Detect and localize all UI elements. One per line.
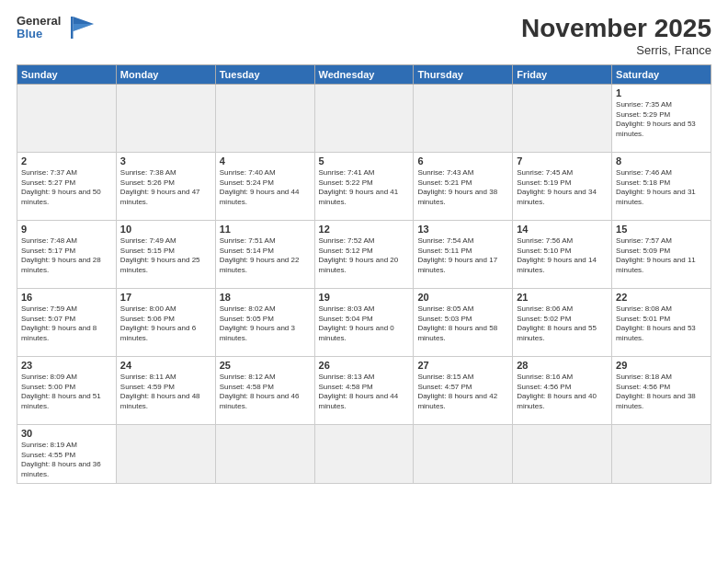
table-row: 9Sunrise: 7:48 AMSunset: 5:17 PMDaylight… — [17, 220, 117, 288]
table-row: 2Sunrise: 7:37 AMSunset: 5:27 PMDaylight… — [17, 152, 117, 220]
day-number: 25 — [220, 360, 311, 371]
day-number: 22 — [616, 292, 707, 303]
day-number: 17 — [120, 292, 211, 303]
col-saturday: Saturday — [612, 64, 711, 84]
table-row: 15Sunrise: 7:57 AMSunset: 5:09 PMDayligh… — [612, 220, 711, 288]
table-row: 27Sunrise: 8:15 AMSunset: 4:57 PMDayligh… — [414, 356, 513, 424]
table-row: 17Sunrise: 8:00 AMSunset: 5:06 PMDayligh… — [116, 288, 215, 356]
day-number: 7 — [517, 155, 608, 167]
day-info: Sunrise: 7:40 AMSunset: 5:24 PMDaylight:… — [220, 168, 311, 208]
day-info: Sunrise: 7:38 AMSunset: 5:26 PMDaylight:… — [120, 168, 211, 208]
svg-rect-0 — [71, 17, 74, 39]
day-info: Sunrise: 7:45 AMSunset: 5:19 PMDaylight:… — [517, 168, 608, 208]
table-row: 1Sunrise: 7:35 AMSunset: 5:29 PMDaylight… — [612, 84, 711, 152]
table-row: 11Sunrise: 7:51 AMSunset: 5:14 PMDayligh… — [215, 220, 314, 288]
day-number: 23 — [21, 360, 112, 371]
table-row — [414, 84, 513, 152]
table-row: 3Sunrise: 7:38 AMSunset: 5:26 PMDaylight… — [116, 152, 215, 220]
table-row: 21Sunrise: 8:06 AMSunset: 5:02 PMDayligh… — [513, 288, 612, 356]
col-sunday: Sunday — [17, 64, 117, 84]
day-info: Sunrise: 7:35 AMSunset: 5:29 PMDaylight:… — [616, 100, 707, 140]
calendar-week-row: 16Sunrise: 7:59 AMSunset: 5:07 PMDayligh… — [17, 288, 711, 356]
table-row — [17, 84, 117, 152]
day-info: Sunrise: 7:46 AMSunset: 5:18 PMDaylight:… — [616, 168, 707, 208]
day-info: Sunrise: 7:48 AMSunset: 5:17 PMDaylight:… — [21, 236, 112, 276]
header: General Blue November 2025 Serris, Franc… — [17, 15, 711, 57]
svg-marker-2 — [74, 24, 95, 31]
table-row — [612, 424, 711, 483]
logo-general: General — [17, 15, 61, 28]
table-row — [215, 84, 314, 152]
day-number: 9 — [21, 224, 112, 235]
month-title: November 2025 — [521, 15, 711, 43]
col-monday: Monday — [116, 64, 215, 84]
day-info: Sunrise: 8:05 AMSunset: 5:03 PMDaylight:… — [417, 304, 508, 344]
table-row: 10Sunrise: 7:49 AMSunset: 5:15 PMDayligh… — [116, 220, 215, 288]
day-number: 5 — [319, 155, 410, 167]
table-row — [414, 424, 513, 483]
day-info: Sunrise: 7:59 AMSunset: 5:07 PMDaylight:… — [21, 304, 112, 344]
table-row: 4Sunrise: 7:40 AMSunset: 5:24 PMDaylight… — [215, 152, 314, 220]
calendar-week-row: 30Sunrise: 8:19 AMSunset: 4:55 PMDayligh… — [17, 424, 711, 483]
day-info: Sunrise: 8:18 AMSunset: 4:56 PMDaylight:… — [616, 373, 707, 412]
day-number: 15 — [616, 224, 707, 235]
table-row: 23Sunrise: 8:09 AMSunset: 5:00 PMDayligh… — [17, 356, 117, 424]
table-row: 14Sunrise: 7:56 AMSunset: 5:10 PMDayligh… — [513, 220, 612, 288]
table-row: 19Sunrise: 8:03 AMSunset: 5:04 PMDayligh… — [314, 288, 414, 356]
day-info: Sunrise: 8:09 AMSunset: 5:00 PMDaylight:… — [21, 373, 112, 412]
day-number: 28 — [517, 360, 608, 371]
calendar-week-row: 1Sunrise: 7:35 AMSunset: 5:29 PMDaylight… — [17, 84, 711, 152]
day-info: Sunrise: 8:03 AMSunset: 5:04 PMDaylight:… — [319, 304, 410, 344]
table-row — [116, 84, 215, 152]
table-row — [513, 424, 612, 483]
title-block: November 2025 Serris, France — [521, 15, 711, 57]
day-number: 6 — [417, 155, 508, 167]
page: General Blue November 2025 Serris, Franc… — [0, 0, 728, 563]
day-number: 27 — [417, 360, 508, 371]
day-number: 19 — [319, 292, 410, 303]
table-row: 24Sunrise: 8:11 AMSunset: 4:59 PMDayligh… — [116, 356, 215, 424]
table-row: 8Sunrise: 7:46 AMSunset: 5:18 PMDaylight… — [612, 152, 711, 220]
day-number: 13 — [417, 224, 508, 235]
table-row: 5Sunrise: 7:41 AMSunset: 5:22 PMDaylight… — [314, 152, 414, 220]
table-row: 12Sunrise: 7:52 AMSunset: 5:12 PMDayligh… — [314, 220, 414, 288]
flag-icon — [68, 15, 96, 40]
table-row: 20Sunrise: 8:05 AMSunset: 5:03 PMDayligh… — [414, 288, 513, 356]
col-wednesday: Wednesday — [314, 64, 414, 84]
day-info: Sunrise: 8:06 AMSunset: 5:02 PMDaylight:… — [517, 304, 608, 344]
table-row — [116, 424, 215, 483]
calendar-header-row: Sunday Monday Tuesday Wednesday Thursday… — [17, 64, 711, 84]
day-number: 4 — [220, 155, 311, 167]
table-row: 13Sunrise: 7:54 AMSunset: 5:11 PMDayligh… — [414, 220, 513, 288]
col-friday: Friday — [513, 64, 612, 84]
table-row: 25Sunrise: 8:12 AMSunset: 4:58 PMDayligh… — [215, 356, 314, 424]
calendar-week-row: 9Sunrise: 7:48 AMSunset: 5:17 PMDaylight… — [17, 220, 711, 288]
day-number: 8 — [616, 155, 707, 167]
calendar-table: Sunday Monday Tuesday Wednesday Thursday… — [17, 64, 711, 484]
day-number: 10 — [120, 224, 211, 235]
day-number: 3 — [120, 155, 211, 167]
day-info: Sunrise: 7:51 AMSunset: 5:14 PMDaylight:… — [220, 236, 311, 276]
table-row: 18Sunrise: 8:02 AMSunset: 5:05 PMDayligh… — [215, 288, 314, 356]
table-row: 30Sunrise: 8:19 AMSunset: 4:55 PMDayligh… — [17, 424, 117, 483]
day-info: Sunrise: 7:43 AMSunset: 5:21 PMDaylight:… — [417, 168, 508, 208]
table-row: 29Sunrise: 8:18 AMSunset: 4:56 PMDayligh… — [612, 356, 711, 424]
day-info: Sunrise: 8:02 AMSunset: 5:05 PMDaylight:… — [220, 304, 311, 344]
table-row — [215, 424, 314, 483]
day-number: 20 — [417, 292, 508, 303]
day-info: Sunrise: 7:52 AMSunset: 5:12 PMDaylight:… — [319, 236, 410, 276]
location: Serris, France — [521, 43, 711, 57]
day-info: Sunrise: 8:08 AMSunset: 5:01 PMDaylight:… — [616, 304, 707, 344]
logo: General Blue — [17, 15, 96, 41]
day-info: Sunrise: 7:56 AMSunset: 5:10 PMDaylight:… — [517, 236, 608, 276]
day-info: Sunrise: 8:13 AMSunset: 4:58 PMDaylight:… — [319, 373, 410, 412]
calendar-week-row: 2Sunrise: 7:37 AMSunset: 5:27 PMDaylight… — [17, 152, 711, 220]
table-row — [314, 84, 414, 152]
table-row — [314, 424, 414, 483]
table-row: 6Sunrise: 7:43 AMSunset: 5:21 PMDaylight… — [414, 152, 513, 220]
table-row: 16Sunrise: 7:59 AMSunset: 5:07 PMDayligh… — [17, 288, 117, 356]
day-number: 29 — [616, 360, 707, 371]
table-row: 26Sunrise: 8:13 AMSunset: 4:58 PMDayligh… — [314, 356, 414, 424]
col-tuesday: Tuesday — [215, 64, 314, 84]
day-number: 2 — [21, 155, 112, 167]
